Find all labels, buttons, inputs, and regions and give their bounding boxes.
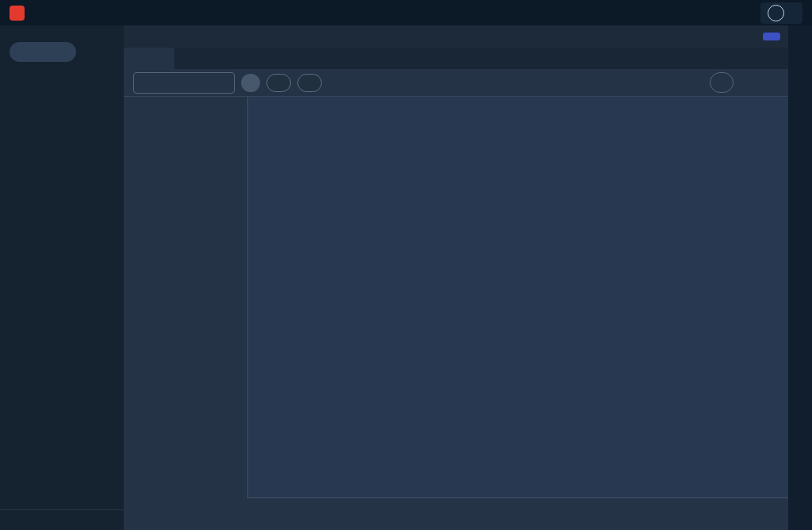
timeline-axis — [247, 497, 788, 518]
header-actions — [710, 2, 802, 24]
tab-timeline[interactable] — [124, 48, 174, 69]
breadcrumb — [124, 25, 788, 48]
tab-bar — [124, 48, 788, 69]
timeline-chart — [247, 97, 788, 497]
back-to-operational-mode[interactable] — [0, 25, 124, 40]
timeline-panel — [124, 69, 788, 530]
user-menu[interactable] — [760, 2, 802, 24]
supporting-modules-section-label — [0, 226, 124, 241]
gantt-wrapper — [124, 96, 788, 530]
app-header — [0, 0, 812, 25]
brand[interactable] — [10, 6, 31, 21]
exonaut-logo-icon — [10, 6, 25, 21]
scenario-chip[interactable] — [241, 74, 260, 92]
sidebar-item-plan[interactable] — [0, 103, 124, 123]
sidebar-item-objective-mse-allocation[interactable] — [0, 190, 124, 206]
sidebar-item-timeline[interactable] — [0, 123, 124, 140]
collapse-sidebar-button[interactable] — [0, 509, 124, 530]
sidebar-item-resources[interactable] — [0, 173, 124, 190]
phase-filter-chip[interactable] — [266, 74, 291, 92]
edit-button[interactable] — [763, 33, 780, 40]
sidebar-item-evaluate[interactable] — [0, 206, 124, 226]
sidebar-create-button[interactable] — [10, 42, 76, 62]
toolbar-right — [710, 72, 779, 93]
left-sidebar — [0, 25, 124, 530]
set-at-current-time-button[interactable] — [710, 72, 733, 93]
main-area — [124, 25, 788, 530]
timeline-toolbar — [124, 69, 788, 96]
sidebar-item-map[interactable] — [0, 140, 124, 156]
exercise-mode — [0, 75, 124, 83]
grouping-select[interactable] — [133, 72, 235, 94]
avatar — [768, 5, 784, 21]
exonaut-app — [0, 0, 812, 530]
sidebar-item-information-sets[interactable] — [0, 241, 124, 261]
inject-filter-chip[interactable] — [297, 74, 322, 92]
timeline-row-labels — [124, 97, 247, 497]
sidebar-item-mse[interactable] — [0, 156, 124, 173]
sidebar-item-direct[interactable] — [0, 83, 124, 103]
right-rail — [788, 25, 812, 530]
